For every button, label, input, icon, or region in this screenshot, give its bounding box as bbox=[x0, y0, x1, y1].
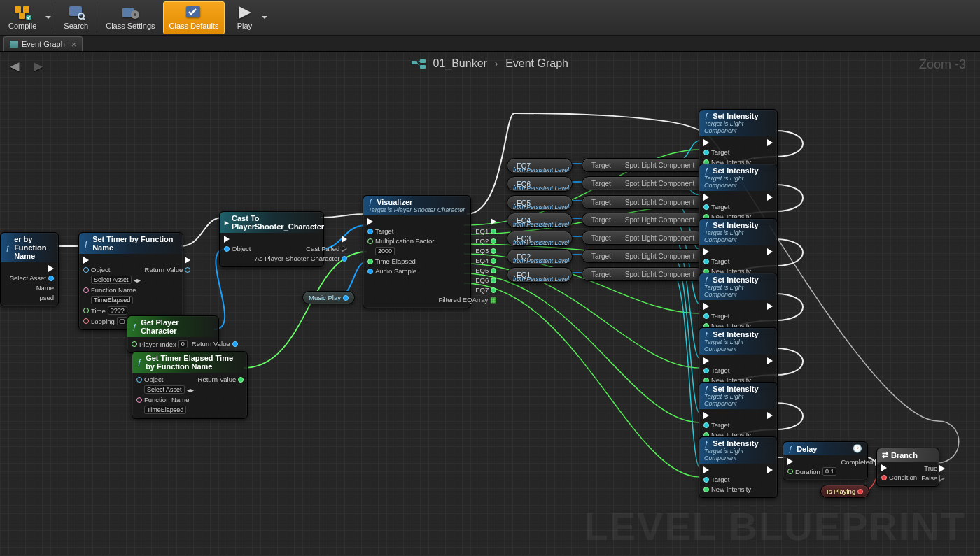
pin-eq[interactable]: EQ7 bbox=[475, 286, 496, 294]
node-music-play-ref[interactable]: Music Play bbox=[302, 291, 355, 304]
exec-out-pin[interactable] bbox=[342, 236, 347, 243]
tab-close-button[interactable]: × bbox=[71, 39, 77, 50]
graph-viewport[interactable]: ◄ ► 01_Bunker › Event Graph Zoom -3 LEVE… bbox=[0, 52, 980, 556]
nav-back-button[interactable]: ◄ bbox=[7, 57, 22, 76]
exec-in-pin[interactable] bbox=[704, 248, 751, 255]
pin-eq[interactable]: EQ4 bbox=[475, 257, 496, 264]
nav-forward-button[interactable]: ► bbox=[31, 57, 46, 76]
exec-out-pin[interactable] bbox=[767, 139, 773, 146]
exec-in-pin[interactable] bbox=[704, 194, 751, 201]
exec-out-pin[interactable] bbox=[767, 303, 773, 310]
exec-in-pin[interactable] bbox=[704, 303, 751, 310]
node-get-player-character[interactable]: ƒGet Player Character Player Index 0 Ret… bbox=[127, 315, 219, 353]
compile-dropdown[interactable] bbox=[43, 13, 53, 22]
node-spot-light-component[interactable]: Target Spot Light Component bbox=[582, 249, 704, 263]
pin-new-intensity[interactable]: New Intensity bbox=[704, 485, 751, 493]
class-defaults-button[interactable]: Class Defaults bbox=[163, 1, 225, 34]
pin[interactable]: Select Asset bbox=[10, 274, 54, 282]
pin-function-name[interactable]: Function Name bbox=[136, 396, 194, 404]
pin-eq[interactable]: EQ6 bbox=[475, 276, 496, 284]
search-button[interactable]: Search bbox=[57, 1, 94, 34]
pin-eq[interactable]: EQ1 bbox=[475, 227, 496, 235]
pin-return[interactable]: Return Value bbox=[145, 266, 191, 273]
node-delay[interactable]: ƒDelay🕑 Duration 0.1 Completed bbox=[783, 441, 868, 480]
exec-in-pin[interactable] bbox=[83, 257, 141, 264]
pin-return[interactable]: Return Value bbox=[192, 340, 238, 348]
pin-target[interactable]: Target bbox=[704, 421, 751, 429]
pin-condition[interactable]: Condition bbox=[881, 473, 917, 481]
exec-in-pin[interactable] bbox=[704, 139, 751, 146]
pin-out[interactable] bbox=[343, 295, 349, 301]
compile-button[interactable]: Compile bbox=[2, 1, 43, 34]
pin-object[interactable]: Object bbox=[224, 245, 251, 252]
class-settings-button[interactable]: Class Settings bbox=[99, 1, 161, 34]
exec-out-pin[interactable] bbox=[491, 218, 496, 225]
node-set-intensity[interactable]: ƒSet IntensityTarget is Light Component … bbox=[699, 382, 778, 443]
node-set-intensity[interactable]: ƒSet IntensityTarget is Light Component … bbox=[699, 164, 778, 225]
exec-in-pin[interactable] bbox=[788, 458, 836, 465]
node-eq-ref[interactable]: EQ6 from Persistent Level bbox=[507, 176, 573, 192]
node-spot-light-component[interactable]: Target Spot Light Component bbox=[582, 267, 704, 281]
node-set-intensity[interactable]: ƒSet IntensityTarget is Light Component … bbox=[699, 109, 778, 171]
node-eq-ref[interactable]: EQ2 from Persistent Level bbox=[507, 249, 573, 264]
node-spot-light-component[interactable]: Target Spot Light Component bbox=[582, 158, 704, 172]
node-eq-ref[interactable]: EQ4 from Persistent Level bbox=[507, 213, 573, 228]
exec-in-pin[interactable] bbox=[704, 466, 751, 473]
exec-out-pin[interactable] bbox=[48, 265, 54, 272]
exec-out-pin[interactable] bbox=[767, 357, 773, 364]
pin-function-name[interactable]: Function Name bbox=[83, 286, 141, 294]
pin[interactable]: psed bbox=[39, 294, 54, 301]
pin-target[interactable]: Target bbox=[368, 227, 434, 235]
pin-target[interactable]: Target bbox=[704, 476, 751, 483]
exec-out-pin[interactable] bbox=[767, 194, 773, 201]
node-cast[interactable]: ▸ Cast To PlayerShooter_Character Object… bbox=[219, 211, 324, 267]
exec-in-pin[interactable] bbox=[224, 236, 251, 243]
node-get-timer-elapsed[interactable]: ƒGet Timer Elapsed Time by Function Name… bbox=[132, 351, 248, 419]
exec-out-pin[interactable] bbox=[185, 257, 190, 264]
exec-in-pin[interactable] bbox=[881, 464, 917, 471]
exec-in-pin[interactable] bbox=[704, 412, 751, 419]
node-spot-light-component[interactable]: Target Spot Light Component bbox=[582, 231, 704, 245]
node-set-intensity[interactable]: ƒSet IntensityTarget is Light Component … bbox=[699, 327, 778, 389]
pin-true[interactable]: True bbox=[924, 464, 945, 472]
pin[interactable]: Name bbox=[36, 284, 54, 292]
node-set-intensity[interactable]: ƒSet IntensityTarget is Light Component … bbox=[699, 273, 778, 334]
play-button[interactable]: Play bbox=[230, 1, 259, 34]
pin-duration[interactable]: Duration 0.1 bbox=[788, 467, 836, 476]
pin-eq[interactable]: EQ2 bbox=[475, 237, 496, 245]
pin-eq[interactable]: EQ5 bbox=[475, 266, 496, 274]
pin-object[interactable]: Object bbox=[136, 376, 194, 383]
exec-in-pin[interactable] bbox=[368, 218, 434, 225]
node-spot-light-component[interactable]: Target Spot Light Component bbox=[582, 195, 704, 209]
node-set-intensity[interactable]: ƒSet IntensityTarget is Light Component … bbox=[699, 218, 778, 280]
pin-mult[interactable]: Multiplication Factor bbox=[368, 237, 434, 245]
exec-out-pin[interactable] bbox=[767, 248, 773, 255]
pin-false[interactable]: False bbox=[921, 474, 945, 482]
pin-cast-failed[interactable]: Cast Failed bbox=[306, 245, 347, 252]
pin-return[interactable]: Return Value bbox=[198, 376, 244, 383]
node-set-timer-partial[interactable]: ƒer by Function Name Select Asset Name p… bbox=[0, 232, 59, 306]
pin-object[interactable]: Object bbox=[83, 266, 141, 273]
pin-target[interactable]: Target bbox=[704, 257, 751, 265]
node-set-intensity[interactable]: ƒSet IntensityTarget is Light Component … bbox=[699, 436, 778, 498]
node-eq-ref[interactable]: EQ3 from Persistent Level bbox=[507, 231, 573, 246]
pin-eq[interactable]: EQ3 bbox=[475, 247, 496, 255]
pin-target[interactable]: Target bbox=[704, 312, 751, 320]
pin-audio[interactable]: Audio Sample bbox=[368, 267, 434, 275]
play-dropdown[interactable] bbox=[260, 13, 270, 22]
node-is-playing-ref[interactable]: Is Playing bbox=[820, 485, 869, 498]
node-eq-ref[interactable]: EQ1 from Persistent Level bbox=[507, 267, 573, 283]
pin-target[interactable]: Target bbox=[704, 366, 751, 374]
exec-out-pin[interactable] bbox=[767, 412, 773, 419]
exec-out-pin[interactable] bbox=[767, 466, 773, 473]
pin-time-elapsed[interactable]: Time Elapsed bbox=[368, 257, 434, 265]
pin-completed[interactable]: Completed bbox=[841, 458, 881, 466]
pin-array[interactable]: Filtered EQArray ▦ bbox=[438, 296, 496, 304]
pin-target[interactable]: Target bbox=[704, 148, 751, 156]
node-spot-light-component[interactable]: Target Spot Light Component bbox=[582, 213, 704, 227]
pin-target[interactable]: Target bbox=[704, 203, 751, 211]
pin-out[interactable] bbox=[858, 489, 863, 494]
pin-player-index[interactable]: Player Index 0 bbox=[132, 340, 188, 348]
exec-in-pin[interactable] bbox=[704, 357, 751, 364]
pin-time[interactable]: Time ???? bbox=[83, 306, 141, 315]
